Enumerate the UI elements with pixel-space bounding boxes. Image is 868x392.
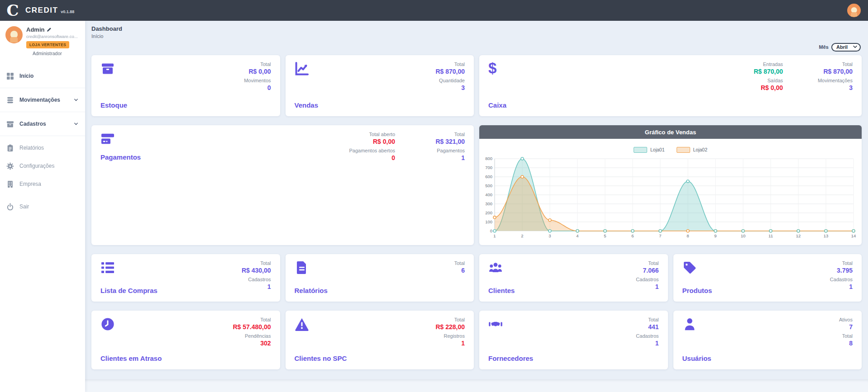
svg-text:8: 8 [687,233,689,238]
sidebar-item-cadastros[interactable]: Cadastros [0,115,85,133]
card-produtos[interactable]: Produtos Total 3.795 Cadastros 1 [673,254,862,302]
card-stats: Total R$ 228,00 Registros 1 [424,316,465,349]
layers-icon [6,96,14,104]
user-avatar[interactable] [847,4,861,17]
box-icon [100,61,119,77]
main-content: Dashboard Início Mês Abril Estoque Total… [85,21,868,392]
card-stats: Total 6 [424,260,465,277]
card-caixa[interactable]: $ Caixa Entradas R$ 870,00 Saídas R$ 0,0… [479,55,862,116]
svg-text:100: 100 [485,219,492,224]
divider [0,136,85,136]
power-icon [6,203,14,211]
card-stats: Total 3.795 Cadastros 1 [812,260,853,293]
svg-text:12: 12 [796,233,801,238]
svg-text:6: 6 [631,233,634,238]
divider [0,88,85,88]
card-grafico-vendas: Gráfico de Vendas Loja01Loja02 010020030… [479,125,862,245]
sidebar-item-inicio[interactable]: Início [0,67,85,85]
card-fornecedores[interactable]: Fornecedores Total 441 Cadastros 1 [479,311,668,369]
legend-item[interactable]: Loja01 [634,146,665,153]
warning-triangle-icon [295,317,313,332]
chevron-down-icon[interactable] [73,97,79,103]
month-select[interactable]: Abril [831,43,861,52]
card-title: Vendas [295,101,465,109]
edit-pencil-icon[interactable] [47,27,52,32]
card-relatorios[interactable]: Relatórios Total 6 [286,254,474,302]
users-icon [488,260,506,276]
store-badge: LOJA VERTENTES [26,41,69,48]
svg-text:400: 400 [485,192,492,197]
legend-swatch [634,147,647,153]
breadcrumb[interactable]: Início [91,33,862,39]
sidebar-item-label: Sair [19,203,29,210]
list-icon [100,260,119,276]
brand-name: CREDIT [25,6,58,15]
profile-role: Administrador [26,51,78,56]
sidebar-item-label: Início [19,73,33,79]
sidebar-item-movimentacoes[interactable]: Movimentações [0,91,85,109]
spacer [0,193,85,198]
card-title: Clientes em Atraso [100,354,271,362]
page-title: Dashboard [91,25,862,32]
svg-text:13: 13 [824,233,829,238]
dollar-icon: $ [488,61,506,77]
archive-icon [6,120,14,128]
svg-text:600: 600 [485,174,492,179]
card-clientes[interactable]: Clientes Total 7.066 Cadastros 1 [479,254,668,302]
app-version: v0.1.88 [61,9,74,14]
card-stats: Total R$ 0,00 Movimentos 0 [230,61,271,94]
profile-block: Admin credit@anronsoftware.co... LOJA VE… [0,21,85,61]
card-clientes-atraso[interactable]: Clientes em Atraso Total R$ 57.480,00 Pe… [91,311,280,369]
svg-text:2: 2 [521,233,523,238]
profile-name: Admin [26,26,44,33]
sidebar-item-label: Configurações [19,163,54,169]
dashboard-grid: Estoque Total R$ 0,00 Movimentos 0 Venda… [85,55,868,369]
sidebar-item-label: Relatórios [19,145,44,151]
sidebar-item-sair[interactable]: Sair [0,198,85,216]
sidebar: Admin credit@anronsoftware.co... LOJA VE… [0,21,85,392]
card-clientes-spc[interactable]: Clientes no SPC Total R$ 228,00 Registro… [286,311,474,369]
sales-chart: 0100200300400500600700800123456789101112… [479,153,862,240]
sidebar-item-configuracoes[interactable]: Configurações [0,157,85,175]
toolbar: Mês Abril [85,39,868,55]
profile-email: credit@anronsoftware.co... [26,34,78,39]
svg-text:14: 14 [851,233,856,238]
card-stats: Ativos 7 Total 8 [812,316,853,349]
profile-info: Admin credit@anronsoftware.co... LOJA VE… [26,26,78,56]
card-title: Relatórios [295,287,465,294]
svg-text:500: 500 [485,183,492,188]
legend-item[interactable]: Loja02 [677,146,708,153]
card-stats: Total R$ 321,00 Pagamentos 1 [424,131,465,164]
building-icon [6,180,14,188]
footer [85,379,868,392]
card-stats: Total R$ 57.480,00 Pendências 302 [230,316,271,349]
svg-text:11: 11 [768,233,773,238]
svg-text:800: 800 [485,156,492,161]
card-usuarios[interactable]: Usuários Ativos 7 Total 8 [673,311,862,369]
svg-text:7: 7 [659,233,661,238]
document-icon [295,260,313,276]
card-stats: Total R$ 870,00 Quantidade 3 [424,61,465,94]
breadcrumb-block: Dashboard Início [85,21,868,39]
card-title: Caixa [488,101,853,109]
profile-avatar[interactable] [5,26,23,43]
sidebar-item-label: Cadastros [19,121,46,127]
chevron-down-icon[interactable] [73,121,79,127]
legend-swatch [677,147,690,153]
card-lista-compras[interactable]: Lista de Compras Total R$ 430,00 Cadastr… [91,254,280,302]
svg-text:9: 9 [714,233,716,238]
card-estoque[interactable]: Estoque Total R$ 0,00 Movimentos 0 [91,55,280,116]
card-vendas[interactable]: Vendas Total R$ 870,00 Quantidade 3 [286,55,474,116]
avatar-body [10,37,18,43]
sidebar-item-label: Movimentações [19,97,60,103]
card-pagamentos[interactable]: Pagamentos Total aberto R$ 0,00 Pagament… [91,125,474,245]
card-stats: Total 7.066 Cadastros 1 [618,260,659,293]
card-title: Clientes no SPC [295,354,465,362]
sidebar-nav: Início Movimentações Cadastros [0,67,85,216]
chart-line-icon [295,61,313,77]
sidebar-item-empresa[interactable]: Empresa [0,175,85,193]
month-select-wrap: Abril [831,43,861,52]
app-logo: C [0,0,25,21]
sidebar-item-relatorios[interactable]: Relatórios [0,139,85,157]
svg-text:10: 10 [741,233,746,238]
